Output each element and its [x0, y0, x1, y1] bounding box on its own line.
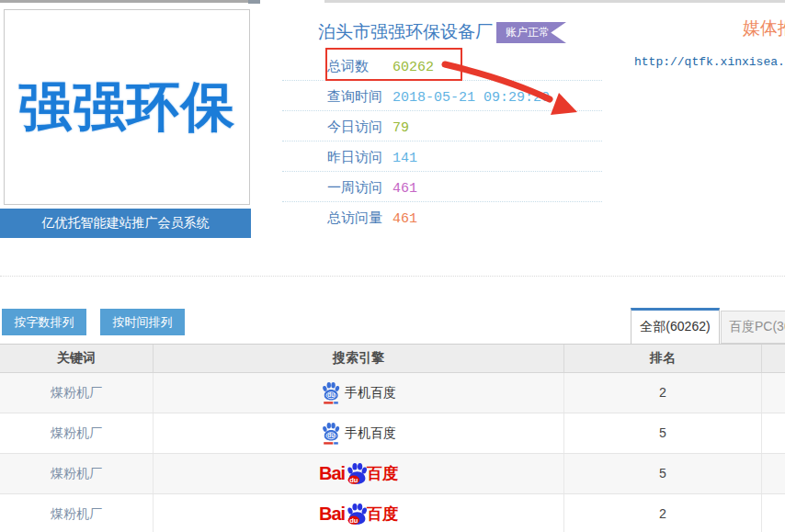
- engine-cell: Baidu百度: [154, 494, 564, 532]
- svg-text:du: du: [349, 515, 358, 524]
- baidu-logo-cn: 百度: [367, 504, 398, 525]
- svg-text:du: du: [349, 475, 358, 483]
- baidu-logo-bai: Bai: [319, 463, 345, 484]
- keyword-cell: 煤粉机厂: [0, 494, 154, 532]
- company-logo-text: 强强环保: [18, 72, 235, 143]
- rank-value: 2: [659, 386, 666, 401]
- table-row: 煤粉机厂 du手机百度 2: [0, 373, 785, 413]
- baidu-paw-icon: du: [345, 462, 369, 486]
- stat-separator: [282, 80, 602, 81]
- header-cell-extra: [762, 345, 785, 372]
- rank-cell: 5: [564, 454, 762, 493]
- extra-cell: [762, 454, 785, 493]
- sort-by-words-button[interactable]: 按字数排列: [2, 309, 86, 335]
- extra-cell: [762, 494, 785, 532]
- status-badge: 账户正常: [496, 22, 566, 43]
- svg-text:du: du: [327, 391, 335, 398]
- extra-cell: [762, 413, 785, 453]
- baidu-logo-cn: 百度: [367, 463, 398, 484]
- site-url-link[interactable]: http://qtfk.xinxisea.com: [634, 55, 785, 69]
- stat-label: 查询时间: [327, 82, 384, 111]
- header-cell-engine: 搜索引擎: [154, 345, 564, 372]
- stat-row: 一周访问461: [327, 173, 417, 202]
- rank-cell: 2: [564, 373, 762, 413]
- stat-row: 今日访问79: [327, 112, 409, 141]
- keyword-link[interactable]: 煤粉机厂: [51, 385, 102, 402]
- member-system-bar: 亿优托智能建站推广会员系统: [0, 209, 251, 238]
- baidu-paw-icon: du: [345, 503, 369, 526]
- keyword-link[interactable]: 煤粉机厂: [51, 506, 102, 523]
- keyword-cell: 煤粉机厂: [0, 373, 154, 413]
- stat-value: 60262: [392, 60, 434, 75]
- engine-label: 手机百度: [345, 385, 396, 402]
- engine-cell: Baidu百度: [154, 454, 564, 493]
- rank-value: 5: [659, 467, 666, 481]
- stat-row: 昨日访问141: [327, 142, 417, 172]
- keyword-cell: 煤粉机厂: [0, 413, 154, 453]
- stat-row: 查询时间2018-05-21 09:29:20: [327, 82, 550, 111]
- stat-value: 461: [392, 181, 417, 197]
- table-row: 煤粉机厂 du手机百度 5: [0, 413, 785, 454]
- svg-text:du: du: [327, 432, 335, 438]
- extra-cell: [762, 373, 785, 413]
- engine-cell: du手机百度: [154, 373, 564, 413]
- stat-label: 昨日访问: [327, 142, 384, 172]
- top-divider: [324, 0, 785, 3]
- table-header: 关键词 搜索引擎 排名: [0, 344, 785, 373]
- keyword-link[interactable]: 煤粉机厂: [51, 425, 102, 442]
- tab-baidu-pc[interactable]: 百度PC(30: [721, 311, 785, 344]
- keyword-link[interactable]: 煤粉机厂: [51, 466, 102, 482]
- keyword-cell: 煤粉机厂: [0, 454, 154, 493]
- engine-label: 手机百度: [345, 425, 396, 442]
- stat-separator: [282, 110, 602, 111]
- stat-row: 总访问量461: [327, 203, 417, 232]
- company-logo: 强强环保: [4, 9, 250, 205]
- baidu-logo-bai: Bai: [319, 504, 345, 525]
- mobile-baidu-icon: du: [321, 421, 341, 446]
- stat-value: 141: [392, 151, 417, 166]
- page-title: 泊头市强强环保设备厂: [318, 20, 493, 44]
- stat-row: 总词数60262: [327, 51, 434, 81]
- rank-cell: 5: [564, 413, 762, 453]
- stat-label: 一周访问: [327, 173, 384, 202]
- stat-separator: [282, 171, 602, 172]
- tab-all[interactable]: 全部(60262): [631, 308, 720, 344]
- engine-cell: du手机百度: [154, 413, 564, 453]
- rank-value: 5: [659, 426, 666, 441]
- stat-label: 总访问量: [327, 203, 384, 232]
- stat-label: 今日访问: [327, 112, 384, 141]
- stat-value: 2018-05-21 09:29:20: [392, 90, 550, 106]
- table-row: 煤粉机厂 Baidu百度 2: [0, 494, 785, 532]
- table-row: 煤粉机厂 Baidu百度 5: [0, 454, 785, 494]
- sort-by-time-button[interactable]: 按时间排列: [100, 309, 185, 335]
- page: 强强环保 亿优托智能建站推广会员系统 泊头市强强环保设备厂 账户正常 总词数60…: [0, 0, 785, 532]
- stat-value: 461: [392, 211, 417, 227]
- stat-value: 79: [392, 120, 409, 136]
- header-cell-keyword: 关键词: [0, 345, 154, 372]
- rank-cell: 2: [564, 494, 762, 532]
- stat-label: 总词数: [327, 51, 384, 81]
- keywords-table: 关键词 搜索引擎 排名 煤粉机厂 du手机百度 2 煤粉机厂 du手机百度 5 …: [0, 344, 785, 532]
- rank-value: 2: [659, 507, 666, 522]
- top-divider-notch: [248, 0, 260, 4]
- annotation-arrowhead: [551, 93, 577, 115]
- stat-separator: [282, 141, 602, 141]
- media-heading: 媒体推广: [743, 17, 785, 40]
- baidu-logo: Baidu百度: [319, 503, 398, 526]
- top-divider: [0, 0, 248, 3]
- stat-separator: [282, 201, 602, 202]
- section-divider: [0, 276, 785, 277]
- mobile-baidu-icon: du: [321, 380, 341, 405]
- baidu-logo: Baidu百度: [319, 462, 398, 486]
- header-cell-rank: 排名: [564, 345, 762, 372]
